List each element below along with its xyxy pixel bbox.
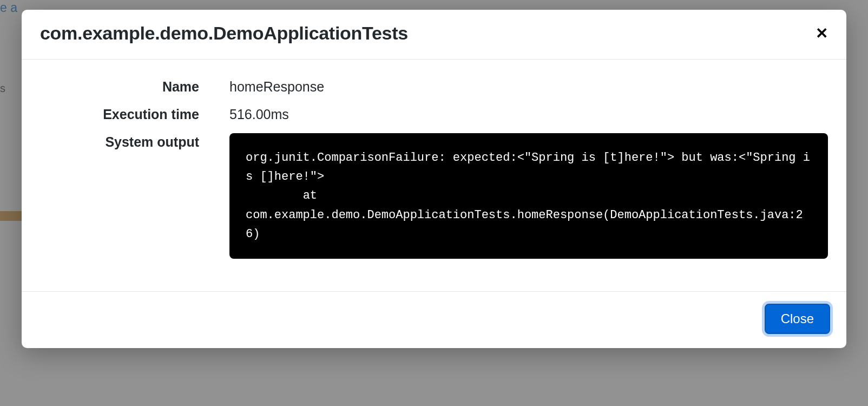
modal-footer: Close (22, 291, 846, 348)
system-output-console: org.junit.ComparisonFailure: expected:<"… (229, 133, 828, 259)
row-execution-time: Execution time 516.00ms (40, 106, 828, 122)
modal-header: com.example.demo.DemoApplicationTests ✕ (22, 10, 846, 60)
row-system-output: System output org.junit.ComparisonFailur… (40, 133, 828, 259)
label-system-output: System output (40, 133, 229, 150)
modal-body: Name homeResponse Execution time 516.00m… (22, 60, 846, 291)
row-name: Name homeResponse (40, 78, 828, 95)
modal-title: com.example.demo.DemoApplicationTests (40, 23, 408, 44)
label-name: Name (40, 78, 229, 95)
close-button[interactable]: Close (765, 304, 830, 334)
close-icon[interactable]: ✕ (813, 24, 830, 43)
test-detail-modal: com.example.demo.DemoApplicationTests ✕ … (22, 10, 846, 348)
label-execution-time: Execution time (40, 106, 229, 122)
value-execution-time: 516.00ms (229, 106, 828, 122)
value-name: homeResponse (229, 78, 828, 95)
